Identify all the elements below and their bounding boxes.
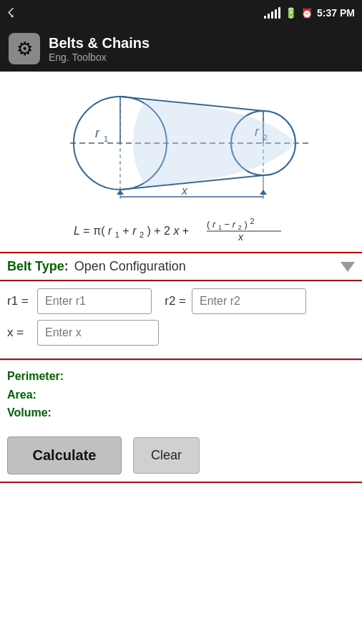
usb-icon: ☇ (7, 5, 14, 21)
battery-icon: 🔋 (285, 7, 297, 19)
signal-bar-4 (275, 9, 277, 19)
x-input[interactable] (37, 320, 159, 346)
app-icon: ⚙ (9, 33, 40, 64)
dropdown-arrow-icon (341, 262, 355, 272)
belt-type-row[interactable]: Belt Type: Open Configuration (0, 253, 362, 280)
svg-marker-16 (117, 190, 124, 195)
r2-input[interactable] (192, 288, 306, 314)
status-left: ☇ (7, 5, 14, 21)
x-row: x = (7, 320, 355, 346)
bottom-red-divider (0, 482, 362, 483)
buttons-row: Calculate Clear (0, 429, 362, 482)
volume-label: Volume: (7, 404, 355, 422)
app-title: Belts & Chains (49, 35, 150, 52)
app-bar: ⚙ Belts & Chains Eng. Toolbox (0, 26, 362, 72)
svg-text:(
        r
        1
        : ( r 1 − r 2 ) 2 (207, 217, 255, 232)
r2-label: r2 = (157, 294, 186, 308)
app-title-group: Belts & Chains Eng. Toolbox (49, 35, 150, 63)
clear-button[interactable]: Clear (133, 437, 200, 474)
r1-input[interactable] (37, 288, 152, 314)
signal-bars (264, 7, 280, 19)
signal-bar-3 (271, 11, 273, 19)
main-content: r 1 r 2 x L = π( r (0, 72, 362, 483)
svg-text:r: r (95, 126, 100, 140)
status-bar: ☇ 🔋 ⏰ 5:37 PM (0, 0, 362, 26)
svg-marker-17 (260, 190, 267, 195)
gear-icon: ⚙ (16, 38, 33, 60)
perimeter-label: Perimeter: (7, 367, 355, 386)
signal-bar-5 (278, 7, 280, 19)
formula-svg: L = π( r 1 + r 2 ) + 2 x + ( r 1 − r 2 ) (67, 215, 295, 242)
belt-type-value: Open Configuration (74, 259, 186, 274)
svg-text:x: x (181, 185, 188, 197)
alarm-icon: ⏰ (301, 8, 313, 19)
belt-diagram: r 1 r 2 x (27, 79, 335, 208)
svg-text:x: x (238, 231, 244, 242)
formula-area: L = π( r 1 + r 2 ) + 2 x + ( r 1 − r 2 ) (0, 215, 362, 252)
r1-r2-row: r1 = r2 = (7, 288, 355, 314)
results-area: Perimeter: Area: Volume: (0, 360, 362, 429)
diagram-area: r 1 r 2 x (0, 72, 362, 215)
time-display: 5:37 PM (317, 7, 355, 19)
calculate-button[interactable]: Calculate (7, 436, 122, 474)
belt-type-label: Belt Type: (7, 259, 69, 274)
app-subtitle: Eng. Toolbox (49, 52, 150, 63)
svg-text:1: 1 (104, 135, 108, 143)
svg-text:L
         = π(
        r
    : L = π( r 1 + r 2 ) + 2 x + (74, 225, 189, 240)
inputs-area: r1 = r2 = x = (0, 281, 362, 358)
x-label: x = (7, 326, 31, 340)
area-label: Area: (7, 386, 355, 404)
signal-bar-2 (268, 14, 270, 19)
r1-label: r1 = (7, 294, 31, 308)
signal-bar-1 (264, 16, 266, 19)
status-right: 🔋 ⏰ 5:37 PM (264, 7, 355, 19)
